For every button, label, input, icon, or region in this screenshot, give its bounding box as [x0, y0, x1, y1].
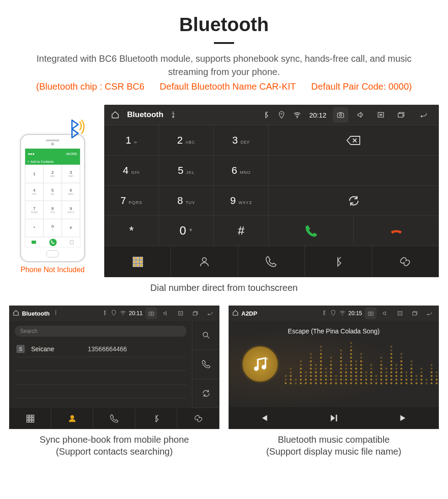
contact-number: 13566664466 — [88, 345, 127, 353]
phone-more-label: MORE — [66, 152, 77, 156]
recent-apps-button[interactable] — [393, 107, 409, 123]
recent-apps-button[interactable] — [189, 307, 201, 319]
tab-contacts[interactable] — [171, 246, 238, 277]
svg-rect-20 — [193, 312, 197, 315]
svg-rect-30 — [32, 420, 34, 422]
svg-rect-29 — [29, 420, 31, 422]
tab-pair[interactable] — [177, 408, 219, 429]
phone-key: 1 — [25, 165, 43, 183]
tab-call-log[interactable] — [93, 408, 135, 429]
phone-key: 8TUV — [43, 201, 62, 219]
svg-point-3 — [340, 114, 342, 117]
music-unit: A2DP 20:15 Escape (The Pina Colada Song) — [229, 306, 439, 429]
volume-button[interactable] — [353, 107, 368, 123]
dialer-key-4[interactable]: 4GHI — [104, 156, 159, 186]
dialer-caption: Dial number direct from touchscreen — [9, 282, 439, 294]
call-button[interactable] — [192, 350, 219, 379]
camera-button[interactable] — [145, 307, 157, 319]
dialer-unit: Bluetooth 20:12 1∞2ABC3DEF4GHI5JKL6MNO7P… — [104, 105, 439, 277]
tab-bluetooth[interactable] — [305, 246, 372, 277]
svg-rect-33 — [368, 312, 373, 316]
call-button[interactable] — [269, 216, 354, 246]
tab-pair[interactable] — [372, 246, 439, 277]
dialer-key-9[interactable]: 9WXYZ — [214, 186, 269, 216]
svg-rect-25 — [27, 418, 28, 419]
svg-point-18 — [150, 313, 152, 315]
tab-contacts[interactable] — [51, 408, 93, 429]
hangup-button[interactable] — [354, 216, 439, 246]
close-button[interactable] — [175, 307, 187, 319]
dialer-key-2[interactable]: 2ABC — [159, 125, 214, 156]
back-button[interactable] — [413, 107, 433, 123]
volume-button[interactable] — [379, 307, 391, 319]
svg-rect-2 — [337, 113, 344, 118]
home-icon[interactable] — [110, 109, 121, 120]
svg-rect-27 — [32, 418, 34, 419]
dialer-key-7[interactable]: 7PQRS — [104, 186, 159, 216]
close-button[interactable] — [394, 307, 406, 319]
phone-key: 7PQRS — [25, 201, 43, 219]
wifi-icon — [292, 109, 303, 120]
phone-mockup: ●●●MORE +Add to Contacts 12ABC3DEF4GHI5J… — [20, 134, 85, 262]
dialer-key-0[interactable]: 0+ — [159, 216, 214, 246]
search-button[interactable] — [192, 321, 219, 350]
phone-key: 4GHI — [25, 183, 43, 201]
dialer-key-6[interactable]: 6MNO — [214, 156, 269, 186]
next-button[interactable] — [369, 407, 439, 429]
back-button[interactable] — [423, 307, 435, 319]
close-button[interactable] — [373, 107, 389, 123]
svg-point-38 — [261, 365, 266, 370]
svg-point-15 — [203, 258, 207, 262]
dialer-key-#[interactable]: # — [214, 216, 269, 246]
recent-apps-button[interactable] — [409, 307, 421, 319]
svg-point-37 — [254, 366, 259, 371]
tab-bluetooth[interactable] — [135, 408, 177, 429]
svg-rect-17 — [149, 312, 154, 316]
phone-caption: Phone Not Included — [9, 266, 96, 274]
back-button[interactable] — [204, 307, 216, 319]
svg-rect-13 — [137, 264, 139, 266]
prev-button[interactable] — [229, 407, 299, 429]
wifi-icon — [339, 310, 346, 317]
tab-keypad[interactable] — [104, 246, 171, 277]
dialer-key-5[interactable]: 5JKL — [159, 156, 214, 186]
svg-rect-8 — [140, 257, 142, 259]
dialer-app-title: Bluetooth — [127, 110, 163, 119]
svg-rect-28 — [27, 420, 28, 422]
usb-icon — [53, 310, 59, 317]
svg-rect-12 — [133, 264, 135, 266]
tab-keypad[interactable] — [9, 408, 51, 429]
svg-point-34 — [370, 313, 372, 315]
phone-key: 9WXYZ — [62, 201, 80, 219]
volume-button[interactable] — [160, 307, 172, 319]
video-icon — [32, 241, 36, 244]
phone-key: 6MNO — [62, 183, 80, 201]
home-icon[interactable] — [232, 310, 239, 317]
dialer-key-3[interactable]: 3DEF — [214, 125, 269, 156]
page-title: Bluetooth — [9, 14, 439, 36]
svg-point-0 — [281, 113, 283, 114]
dialer-key-1[interactable]: 1∞ — [104, 125, 159, 156]
camera-button[interactable] — [333, 107, 348, 123]
svg-rect-11 — [140, 261, 142, 263]
contact-name: Seicane — [31, 345, 81, 353]
tab-call-log[interactable] — [238, 246, 305, 277]
play-pause-button[interactable] — [299, 407, 368, 429]
camera-button[interactable] — [365, 307, 377, 319]
backspace-button[interactable] — [269, 125, 439, 156]
clock: 20:11 — [129, 310, 143, 317]
contact-row[interactable]: S Seicane 13566664466 — [15, 341, 187, 357]
search-input[interactable]: Search — [15, 326, 187, 337]
dialer-topbar: Bluetooth 20:12 — [104, 105, 439, 125]
sync-button[interactable] — [192, 379, 219, 408]
bluetooth-status-icon — [321, 310, 327, 317]
dialer-key-*[interactable]: * — [104, 216, 159, 246]
location-icon — [330, 310, 336, 317]
home-icon[interactable] — [13, 310, 19, 317]
dialer-key-8[interactable]: 8TUV — [159, 186, 214, 216]
contacts-app-title: Bluetooth — [22, 310, 50, 317]
svg-rect-22 — [27, 415, 28, 417]
clock: 20:12 — [309, 111, 326, 119]
contacts-caption: Sync phone-book from mobile phone(Suppor… — [9, 434, 219, 457]
swap-button[interactable] — [269, 186, 439, 216]
